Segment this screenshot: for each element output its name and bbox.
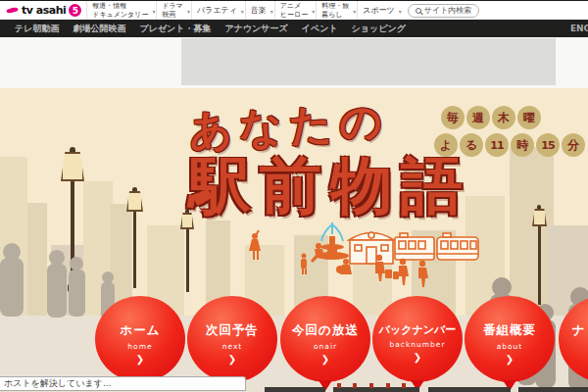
site-search-input[interactable]: サイト内検索 <box>408 4 480 18</box>
menu-button-label: バックナンバー <box>372 322 463 337</box>
menu-button-about[interactable]: 番組概要 about ❯ <box>465 296 555 382</box>
menu-button-label: 今回の放送 <box>280 322 370 339</box>
schedule-badge: 週 <box>466 106 490 129</box>
nav-item-sports[interactable]: スポーツ ▾ <box>357 1 403 20</box>
chevron-down-icon: ▾ <box>152 8 155 16</box>
brand-swoosh-icon <box>6 5 18 15</box>
status-text: ホストを解決しています... <box>4 378 111 388</box>
menu-button-label: ホーム <box>95 322 185 339</box>
chevron-right-icon: ❯ <box>465 354 555 365</box>
nav-item-variety[interactable]: バラエティ ▾ <box>191 1 245 20</box>
nav-label: バラエティ <box>197 6 237 16</box>
chevron-right-icon: ❯ <box>372 352 463 363</box>
subnav-item-present[interactable]: プレゼント・募集 <box>132 23 218 35</box>
schedule-badge: 11 <box>485 133 509 157</box>
schedule-badges-row2: よ る 11 時 15 分 <box>434 133 585 157</box>
chevron-right-icon: ❯ <box>95 354 185 365</box>
menu-button-home[interactable]: ホーム home ❯ <box>95 296 185 382</box>
nav-label: 音楽 <box>251 6 267 16</box>
nav-label: 報道・情報 <box>92 2 148 11</box>
menu-button-backnumber[interactable]: バックナンバー backnumber ❯ <box>372 296 463 382</box>
chevron-down-icon: ▾ <box>353 8 356 16</box>
tv-asahi-logo[interactable]: tv asahi 5 <box>0 1 86 20</box>
schedule-badges-row1: 毎 週 木 曜 <box>441 106 541 129</box>
schedule-badge: 15 <box>536 133 560 157</box>
schedule-badge: 曜 <box>517 106 541 129</box>
menu-button-sublabel: home <box>95 342 185 351</box>
subnav-item-announcers[interactable]: アナウンサーズ <box>218 23 294 35</box>
nav-label: スポーツ <box>363 6 395 16</box>
subnav-item-eng[interactable]: ENG <box>570 20 588 37</box>
nav-label: ドラマ <box>162 2 183 11</box>
schedule-badge: る <box>460 133 483 157</box>
nav-item-cooking-life[interactable]: 料理・旅 暮らし ▾ <box>316 1 357 20</box>
search-placeholder: サイト内検索 <box>424 5 472 16</box>
schedule-badge: よ <box>434 133 458 157</box>
menu-button-next[interactable]: 次回予告 next ❯ <box>187 296 277 382</box>
show-title-line2: 駅前物語 <box>189 144 471 228</box>
subnav-item-shopping[interactable]: ショッピング <box>345 23 413 35</box>
brand-badge-5: 5 <box>69 4 81 17</box>
chevron-down-icon: ▾ <box>399 8 402 16</box>
nav-label: 映画 <box>162 11 183 20</box>
menu-button-sublabel: backnumber <box>372 340 463 349</box>
menu-button-sublabel: next <box>187 342 277 351</box>
schedule-badge: 毎 <box>441 106 465 129</box>
nav-label: ヒーロー <box>280 11 308 20</box>
subnav-item-douga[interactable]: テレ朝動画 <box>8 23 66 35</box>
search-icon <box>416 8 421 14</box>
nav-item-music[interactable]: 音楽 ▾ <box>245 1 274 20</box>
brand-name: tv asahi <box>22 4 66 17</box>
subnav-item-movies[interactable]: 劇場公開映画 <box>66 23 132 35</box>
menu-button-label: 番組概要 <box>465 322 555 339</box>
top-navbar: tv asahi 5 報道・情報 ドキュメンタリー ▾ ドラマ 映画 ▾ バラエ… <box>0 0 588 20</box>
chevron-down-icon: ▾ <box>270 8 273 16</box>
banner-placeholder <box>181 38 556 85</box>
chevron-right-icon: ❯ <box>187 354 277 365</box>
secondary-navbar: テレ朝動画 劇場公開映画 プレゼント・募集 アナウンサーズ イベント ショッピン… <box>0 20 588 37</box>
schedule-badge: 時 <box>511 133 534 157</box>
chevron-right-icon: ❯ <box>280 354 370 365</box>
nav-item-drama-movie[interactable]: ドラマ 映画 ▾ <box>156 1 191 20</box>
chevron-down-icon: ▾ <box>187 8 190 16</box>
subnav-item-event[interactable]: イベント <box>295 23 345 35</box>
menu-button-sublabel: about <box>465 342 555 351</box>
schedule-badge: 木 <box>492 106 515 129</box>
menu-button-label: 次回予告 <box>187 322 277 339</box>
nav-label: 暮らし <box>321 11 349 20</box>
nav-label: 料理・旅 <box>321 2 349 11</box>
hero-section: あなたの 駅前物語 毎 週 木 曜 よ る 11 時 15 分 ホーム home… <box>0 88 588 392</box>
browser-status-bar: ホストを解決しています... <box>0 376 246 391</box>
menu-button-label: ナ <box>559 322 588 339</box>
chevron-down-icon: ▾ <box>241 8 244 16</box>
station-illustration <box>230 219 485 287</box>
schedule-badge: 分 <box>562 133 585 157</box>
nav-label: ドキュメンタリー <box>92 11 148 20</box>
menu-button-sublabel: onair <box>280 342 370 351</box>
nav-label: アニメ <box>280 2 308 11</box>
nav-item-anime-hero[interactable]: アニメ ヒーロー ▾ <box>274 1 316 20</box>
nav-item-news-docs[interactable]: 報道・情報 ドキュメンタリー ▾ <box>86 1 156 20</box>
header-strip <box>0 37 588 88</box>
menu-button-onair[interactable]: 今回の放送 onair ❯ <box>280 296 370 382</box>
chevron-down-icon: ▾ <box>312 8 315 16</box>
